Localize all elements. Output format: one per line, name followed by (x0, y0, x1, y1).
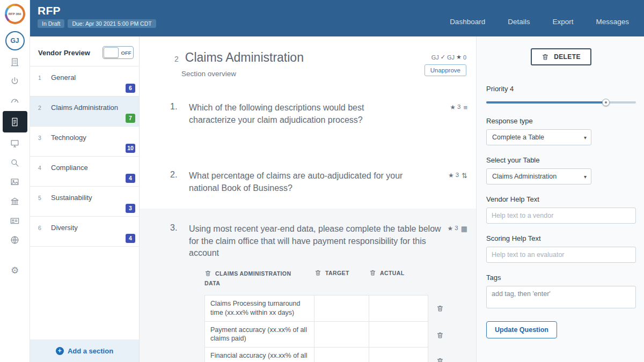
row-label-cell[interactable]: Claims Processing turnaround time (xx.xx… (204, 295, 314, 322)
table-body: Claims Processing turnaround time (xx.xx… (204, 295, 476, 362)
nav-organization-button[interactable] (0, 191, 30, 211)
chevron-down-icon: ▾ (584, 174, 587, 180)
nav-item-dashboard[interactable]: Dashboard (450, 18, 485, 26)
response-type-value: Complete a Table (492, 134, 544, 141)
nav-media-button[interactable] (0, 172, 30, 191)
response-type-select[interactable]: Complete a Table ▾ (486, 129, 591, 145)
actual-cell[interactable] (369, 322, 428, 348)
column-header: ACTUAL (380, 270, 405, 276)
target-cell[interactable] (314, 322, 369, 348)
actual-cell[interactable] (369, 295, 428, 322)
section-main: 2 Claims Administration Section overview… (140, 36, 476, 362)
section-index: 4 (38, 164, 47, 186)
table-select[interactable]: Claims Administration ▾ (486, 168, 591, 184)
row-label-cell[interactable]: Financial accuracy (xx.xx% of all claims… (204, 348, 314, 362)
due-date-badge: Due: Apr 30 2021 5:00 PM CDT (68, 19, 156, 28)
sidebar-item-compliance[interactable]: 4 Compliance 4 (30, 157, 139, 187)
nav-item-export[interactable]: Export (552, 18, 573, 26)
question-row-2[interactable]: 2. What percentage of claims are auto-ad… (140, 156, 476, 209)
nav-search-button[interactable] (0, 153, 30, 172)
vendor-preview-row: Vendor Preview OFF (30, 36, 139, 66)
actual-cell[interactable] (369, 348, 428, 362)
user-avatar[interactable]: GJ (5, 31, 25, 50)
plus-icon: + (56, 347, 64, 355)
priority-label: Priority 4 (486, 85, 636, 93)
vendor-help-label: Vendor Help Text (486, 195, 636, 203)
target-cell[interactable] (314, 295, 369, 322)
question-number: 1. (170, 102, 189, 156)
nav-dashboard-button[interactable] (0, 91, 30, 110)
scoring-help-label: Scoring Help Text (486, 234, 636, 242)
question-settings-panel: DELETE Priority 4 Response type Complete… (476, 36, 644, 362)
sidebar-item-claims-administration[interactable]: 2 Claims Administration 7 (30, 97, 139, 127)
section-label: Technology (51, 134, 86, 156)
tags-input[interactable] (486, 286, 636, 308)
document-icon (10, 117, 20, 127)
section-index: 2 (38, 104, 47, 126)
rfp-title: RFP (38, 4, 156, 17)
section-header: 2 Claims Administration Section overview… (140, 36, 476, 90)
star-icon: ★ (456, 54, 462, 61)
delete-column-icon[interactable] (314, 269, 321, 276)
nav-monitor-button[interactable] (0, 134, 30, 153)
section-number: 2 (174, 55, 179, 63)
page-title: Claims Administration (185, 50, 304, 65)
nav-company-button[interactable] (0, 52, 30, 71)
section-index: 1 (38, 73, 47, 96)
app-logo-text: RFP 360 (7, 6, 23, 22)
settings-button[interactable]: ⚙ (11, 262, 19, 278)
trash-icon (541, 53, 549, 61)
power-icon (10, 76, 20, 86)
question-row-1[interactable]: 1. Which of the following descriptions w… (140, 90, 476, 156)
delete-row-icon[interactable] (436, 356, 444, 362)
search-icon (10, 158, 20, 168)
question-weight: 3 (455, 225, 458, 231)
sidebar-item-diversity[interactable]: 6 Diversity 4 (30, 217, 139, 247)
add-section-button[interactable]: + Add a section (30, 339, 139, 362)
nav-item-messages[interactable]: Messages (596, 18, 629, 26)
slider-handle[interactable] (602, 99, 610, 106)
nav-rfp-document-button[interactable] (3, 111, 27, 132)
response-table: CLAIMS ADMINISTRATION DATA TARGET ACTUAL (204, 269, 476, 362)
target-cell[interactable] (314, 348, 369, 362)
app-logo[interactable]: RFP 360 (5, 4, 25, 24)
question-row-3[interactable]: 3. Using most recent year-end data, plea… (140, 223, 476, 260)
toggle-state-label: OFF (119, 50, 133, 56)
vendor-help-input[interactable] (486, 208, 636, 224)
question-count-badge: 3 (126, 204, 135, 213)
table-header-cell: ACTUAL (369, 269, 428, 289)
priority-slider[interactable] (486, 99, 636, 106)
delete-column-icon[interactable] (369, 269, 376, 276)
question-number: 2. (170, 170, 189, 209)
question-weight: 3 (456, 172, 459, 178)
delete-question-button[interactable]: DELETE (531, 48, 591, 65)
question-count-badge: 7 (126, 114, 135, 123)
nav-power-button[interactable] (0, 71, 30, 91)
top-nav: Dashboard Details Export Messages (450, 18, 629, 26)
approver-initials: GJ (431, 54, 439, 61)
sidebar-item-general[interactable]: 1 General 6 (30, 67, 139, 97)
scoring-help-input[interactable] (486, 247, 636, 263)
table-header-cell: CLAIMS ADMINISTRATION DATA (204, 269, 314, 289)
delete-column-icon[interactable] (204, 270, 211, 277)
id-card-icon (10, 216, 20, 226)
nav-item-details[interactable]: Details (508, 18, 530, 26)
section-index: 5 (38, 194, 47, 216)
question-text: Using most recent year-end data, please … (189, 223, 441, 260)
update-question-button[interactable]: Update Question (486, 321, 557, 338)
delete-row-icon[interactable] (436, 304, 444, 313)
approval-status: GJ ✓ GJ ★ 0 (431, 54, 466, 61)
delete-row-icon[interactable] (436, 330, 444, 339)
vendor-preview-label: Vendor Preview (38, 49, 90, 57)
section-list: 1 General 6 2 Claims Administration 7 3 … (30, 66, 139, 247)
star-count: 0 (463, 54, 466, 61)
nav-web-button[interactable] (0, 230, 30, 249)
sidebar-item-sustainability[interactable]: 5 Sustainability 3 (30, 187, 139, 217)
table-row: Financial accuracy (xx.xx% of all claims… (204, 348, 476, 362)
nav-contacts-button[interactable] (0, 211, 30, 230)
row-label-cell[interactable]: Payment accuracy (xx.xx% of all claims p… (204, 322, 314, 348)
sidebar-item-technology[interactable]: 3 Technology 10 (30, 127, 139, 157)
approver-initials: GJ (447, 54, 455, 61)
vendor-preview-toggle[interactable]: OFF (103, 46, 134, 59)
unapprove-button[interactable]: Unapprove (425, 64, 466, 76)
